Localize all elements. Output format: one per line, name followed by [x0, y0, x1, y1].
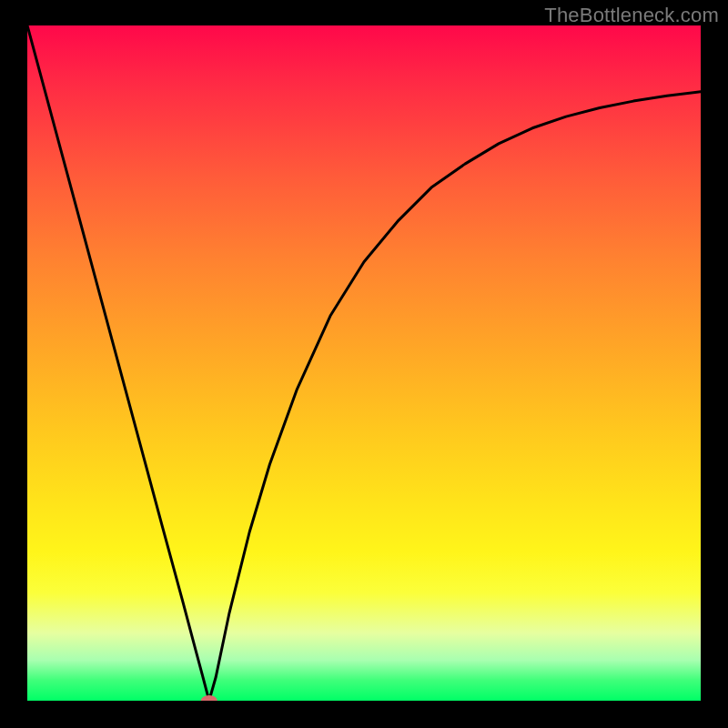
plot-area — [27, 25, 701, 701]
watermark-text: TheBottleneck.com — [544, 4, 719, 27]
chart-frame: TheBottleneck.com — [0, 0, 728, 728]
bottleneck-curve — [27, 25, 701, 701]
curve-svg — [27, 25, 701, 701]
min-marker — [201, 695, 217, 701]
